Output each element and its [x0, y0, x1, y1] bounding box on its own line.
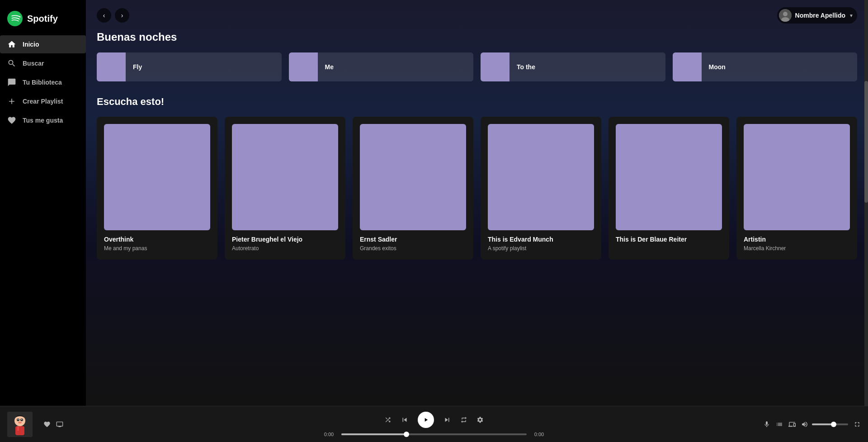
- sidebar-item-biblioteca[interactable]: Tu Biblioteca: [0, 73, 86, 91]
- sidebar-label-biblioteca: Tu Biblioteca: [23, 79, 62, 86]
- nav-back-button[interactable]: ‹: [97, 8, 111, 23]
- svg-rect-12: [17, 426, 19, 431]
- quick-card-label-2: To the: [509, 63, 542, 71]
- svg-point-9: [21, 419, 22, 420]
- player-left: [7, 412, 134, 437]
- quick-card-3[interactable]: Moon: [673, 52, 858, 81]
- music-card-subtitle-5: Marcella Kirchner: [744, 245, 850, 252]
- like-button[interactable]: [43, 421, 51, 428]
- prev-button[interactable]: [401, 416, 409, 424]
- sidebar-item-inicio[interactable]: Inicio: [0, 35, 86, 53]
- library-icon: [7, 78, 16, 87]
- music-card-subtitle-1: Autoretrato: [232, 245, 338, 252]
- music-card-img-0: [104, 124, 210, 230]
- volume-control: [801, 421, 848, 428]
- music-card-img-2: [360, 124, 466, 230]
- svg-point-8: [18, 419, 19, 420]
- music-card-1[interactable]: Pieter Brueghel el Viejo Autoretrato: [225, 117, 345, 260]
- player-controls: [384, 412, 484, 428]
- player-thumbnail: [7, 412, 33, 437]
- home-icon: [7, 40, 16, 49]
- music-card-0[interactable]: Overthink Me and my panas: [97, 117, 217, 260]
- player-bar: 0:00 0:00: [0, 406, 868, 442]
- music-card-title-1: Pieter Brueghel el Viejo: [232, 236, 338, 243]
- sidebar-logo: Spotify: [0, 7, 86, 35]
- nav-forward-button[interactable]: ›: [115, 8, 129, 23]
- sidebar-label-buscar: Buscar: [23, 60, 44, 67]
- svg-point-0: [7, 11, 23, 26]
- search-icon: [7, 59, 16, 68]
- music-card-5[interactable]: Artistin Marcella Kirchner: [736, 117, 857, 260]
- plus-icon: [7, 97, 16, 106]
- main-header: ‹ › Nombre Apellido ▼: [86, 0, 868, 31]
- player-right: [734, 421, 861, 428]
- spotify-logo-icon: [7, 11, 23, 26]
- progress-bar-container: 0:00 0:00: [321, 432, 547, 437]
- quick-card-0[interactable]: Fly: [97, 52, 282, 81]
- volume-icon-button[interactable]: [801, 421, 808, 428]
- quick-card-label-0: Fly: [126, 63, 149, 71]
- sidebar-label-inicio: Inicio: [23, 41, 39, 48]
- greeting-title: Buenas noches: [97, 31, 857, 43]
- music-card-4[interactable]: This is Der Blaue Reiter: [609, 117, 729, 260]
- avatar: [779, 9, 792, 22]
- music-card-title-3: This is Edvard Munch: [488, 236, 594, 243]
- screen-button[interactable]: [56, 421, 63, 428]
- mic-button[interactable]: [763, 421, 770, 428]
- progress-fill: [341, 433, 406, 435]
- music-cards-grid: Overthink Me and my panas Pieter Brueghe…: [97, 117, 857, 260]
- progress-current-time: 0:00: [321, 432, 337, 437]
- svg-point-10: [18, 422, 22, 423]
- quick-card-label-1: Me: [318, 63, 341, 71]
- settings-button[interactable]: [476, 416, 484, 423]
- volume-thumb: [831, 422, 836, 427]
- spotify-wordmark: Spotify: [27, 14, 58, 24]
- progress-bar[interactable]: [341, 433, 527, 435]
- listen-section-title: Escucha esto!: [97, 96, 857, 108]
- quick-card-img-3: [673, 52, 702, 81]
- devices-button[interactable]: [788, 421, 796, 428]
- quick-cards-grid: Fly Me To the Moon: [97, 52, 857, 81]
- music-card-title-0: Overthink: [104, 236, 210, 243]
- svg-point-2: [783, 12, 788, 16]
- music-card-img-4: [616, 124, 722, 230]
- player-like-controls: [43, 421, 63, 428]
- play-button[interactable]: [418, 412, 434, 428]
- scrollbar-track[interactable]: [864, 0, 868, 406]
- chevron-down-icon: ▼: [849, 13, 854, 18]
- music-card-subtitle-2: Grandes exitos: [360, 245, 466, 252]
- music-card-title-2: Ernst Sadler: [360, 236, 466, 243]
- music-card-2[interactable]: Ernst Sadler Grandes exitos: [353, 117, 473, 260]
- player-center: 0:00 0:00: [134, 412, 734, 437]
- volume-bar[interactable]: [812, 423, 848, 425]
- quick-card-label-3: Moon: [702, 63, 733, 71]
- music-card-title-4: This is Der Blaue Reiter: [616, 236, 722, 243]
- main-content: ‹ › Nombre Apellido ▼ Buenas noches: [86, 0, 868, 406]
- music-card-subtitle-3: A spotify playlist: [488, 245, 594, 252]
- sidebar-item-crear[interactable]: Crear Playlist: [0, 92, 86, 110]
- quick-card-img-1: [289, 52, 318, 81]
- scrollbar-thumb[interactable]: [864, 81, 868, 203]
- sidebar-label-me-gusta: Tus me gusta: [23, 117, 63, 124]
- sidebar-item-buscar[interactable]: Buscar: [0, 54, 86, 72]
- user-name-label: Nombre Apellido: [795, 12, 846, 19]
- shuffle-button[interactable]: [384, 416, 392, 423]
- music-card-3[interactable]: This is Edvard Munch A spotify playlist: [481, 117, 601, 260]
- quick-card-img-2: [481, 52, 509, 81]
- queue-button[interactable]: [776, 421, 783, 428]
- music-card-img-5: [744, 124, 850, 230]
- next-button[interactable]: [443, 416, 451, 424]
- nav-buttons: ‹ ›: [97, 8, 129, 23]
- volume-fill: [812, 423, 834, 425]
- sidebar-item-me-gusta[interactable]: Tus me gusta: [0, 111, 86, 129]
- fullscreen-button[interactable]: [854, 421, 861, 428]
- svg-rect-11: [15, 426, 24, 435]
- quick-card-1[interactable]: Me: [289, 52, 474, 81]
- quick-card-2[interactable]: To the: [481, 52, 665, 81]
- sidebar-navigation: Inicio Buscar Tu Biblioteca: [0, 35, 86, 129]
- music-card-subtitle-0: Me and my panas: [104, 245, 210, 252]
- quick-card-img-0: [97, 52, 126, 81]
- user-menu[interactable]: Nombre Apellido ▼: [777, 7, 857, 24]
- repeat-button[interactable]: [460, 416, 467, 423]
- sidebar-label-crear: Crear Playlist: [23, 98, 63, 105]
